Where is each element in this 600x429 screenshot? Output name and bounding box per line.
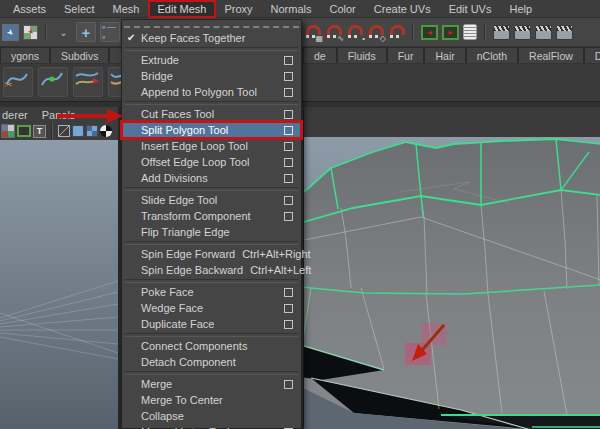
- menu-item-merge-vertex-tool[interactable]: Merge Vertex Tool: [122, 424, 301, 429]
- textured-display-icon[interactable]: [86, 125, 98, 137]
- output-connections-icon[interactable]: [442, 25, 459, 40]
- menu-item-spin-edge-forward[interactable]: Spin Edge ForwardCtrl+Alt+Right: [122, 246, 301, 262]
- menu-item-cut-faces-tool[interactable]: Cut Faces Tool: [122, 106, 301, 122]
- menu-item-slide-edge-tool[interactable]: Slide Edge Tool: [122, 192, 301, 208]
- option-box[interactable]: [284, 304, 293, 313]
- ipr-render-icon[interactable]: [514, 25, 531, 40]
- menu-item-duplicate-face[interactable]: Duplicate Face: [122, 316, 301, 332]
- select-tool-icon[interactable]: [2, 24, 19, 41]
- film-gate-icon[interactable]: [17, 125, 31, 137]
- option-box[interactable]: [284, 110, 293, 119]
- left-viewport-canvas[interactable]: [0, 140, 118, 429]
- shelf-items: ✂: [3, 67, 138, 97]
- menu-item-label: Detach Component: [141, 356, 236, 368]
- menu-item-label: Bridge: [141, 70, 173, 82]
- channel-box-toggle-icon[interactable]: [463, 24, 477, 40]
- toolbar-right-group: ▦∿•◇: [304, 18, 573, 46]
- menu-separator: [125, 47, 298, 51]
- menu-item-append-to-polygon-tool[interactable]: Append to Polygon Tool: [122, 84, 301, 100]
- option-box[interactable]: [284, 380, 293, 389]
- option-box[interactable]: [284, 320, 293, 329]
- panel-menu-panels[interactable]: Panels: [42, 109, 76, 121]
- option-box[interactable]: [284, 56, 293, 65]
- render-current-frame-icon[interactable]: [493, 25, 510, 40]
- shelf-tab-dynamic[interactable]: Dynamic: [584, 47, 600, 63]
- lasso-select-icon[interactable]: [23, 25, 38, 40]
- menubar-item-edit-uvs[interactable]: Edit UVs: [440, 1, 501, 17]
- option-box[interactable]: [284, 126, 293, 135]
- option-box[interactable]: [284, 72, 293, 81]
- option-box[interactable]: [284, 174, 293, 183]
- menu-item-label: Connect Components: [141, 340, 247, 352]
- shelf-tab-de[interactable]: de: [303, 47, 337, 63]
- menu-item-add-divisions[interactable]: Add Divisions: [122, 170, 301, 186]
- menu-item-flip-triangle-edge[interactable]: Flip Triangle Edge: [122, 224, 301, 240]
- shelf-tab-fur[interactable]: Fur: [387, 47, 425, 63]
- menu-item-collapse[interactable]: Collapse: [122, 408, 301, 424]
- rebuild-curve-icon[interactable]: [73, 67, 103, 97]
- render-settings-icon[interactable]: [535, 25, 552, 40]
- menu-item-split-polygon-tool[interactable]: Split Polygon Tool: [122, 122, 301, 138]
- detach-curves-icon[interactable]: ✂: [3, 67, 33, 97]
- menu-item-transform-component[interactable]: Transform Component: [122, 208, 301, 224]
- menubar-item-create-uvs[interactable]: Create UVs: [365, 1, 440, 17]
- move-tool-icon[interactable]: +: [76, 22, 96, 42]
- right-viewport-canvas[interactable]: [304, 137, 600, 429]
- menubar-item-mesh[interactable]: Mesh: [104, 1, 149, 17]
- shelf-tab-ncloth[interactable]: nCloth: [466, 47, 518, 63]
- panel-menu-renderer[interactable]: derer: [2, 109, 28, 121]
- option-box[interactable]: [284, 196, 293, 205]
- menu-item-offset-edge-loop-tool[interactable]: Offset Edge Loop Tool: [122, 154, 301, 170]
- menu-item-merge-to-center[interactable]: Merge To Center: [122, 392, 301, 408]
- option-box[interactable]: [284, 142, 293, 151]
- menu-item-label: Slide Edge Tool: [141, 194, 217, 206]
- menubar-item-help[interactable]: Help: [500, 1, 541, 17]
- snap-to-grid-icon[interactable]: ▦: [304, 24, 321, 41]
- menu-item-poke-face[interactable]: Poke Face: [122, 284, 301, 300]
- menu-item-keep-faces-together[interactable]: ✔Keep Faces Together: [122, 30, 301, 46]
- layout-grid-icon[interactable]: [1, 124, 15, 138]
- menu-item-shortcut: Ctrl+Alt+Left: [250, 264, 311, 276]
- menubar-item-proxy[interactable]: Proxy: [215, 1, 261, 17]
- menu-item-wedge-face[interactable]: Wedge Face: [122, 300, 301, 316]
- render-sequence-icon[interactable]: [556, 25, 573, 40]
- menu-item-detach-component[interactable]: Detach Component: [122, 354, 301, 370]
- menubar-item-color[interactable]: Color: [321, 1, 365, 17]
- separator: [51, 122, 53, 140]
- menu-item-label: Poke Face: [141, 286, 194, 298]
- shelf-tab-ygons[interactable]: ygons: [0, 47, 50, 63]
- menu-item-connect-components[interactable]: Connect Components: [122, 338, 301, 354]
- shelf-tab-hair[interactable]: Hair: [424, 47, 465, 63]
- snap-to-curve-icon[interactable]: ∿: [325, 24, 342, 41]
- use-all-lights-icon[interactable]: [100, 125, 112, 137]
- menu-item-label: Spin Edge Backward: [141, 264, 243, 276]
- option-box[interactable]: [284, 88, 293, 97]
- menu-item-spin-edge-backward[interactable]: Spin Edge BackwardCtrl+Alt+Left: [122, 262, 301, 278]
- option-box[interactable]: [284, 288, 293, 297]
- snap-to-plane-icon[interactable]: ◇: [367, 24, 384, 41]
- menu-tearoff-handle[interactable]: [124, 20, 299, 28]
- shaded-display-icon[interactable]: [72, 125, 84, 137]
- shelf-tab-fluids[interactable]: Fluids: [337, 47, 387, 63]
- menu-item-bridge[interactable]: Bridge: [122, 68, 301, 84]
- snap-filter-chevrons-icon[interactable]: ⌄: [54, 23, 72, 41]
- menubar-item-assets[interactable]: Assets: [4, 1, 55, 17]
- menu-item-merge[interactable]: Merge: [122, 376, 301, 392]
- menu-item-label: Wedge Face: [141, 302, 203, 314]
- menubar-item-edit-mesh[interactable]: Edit Mesh: [149, 1, 216, 17]
- wireframe-display-icon[interactable]: [58, 125, 70, 137]
- make-live-magnet-icon[interactable]: [388, 24, 405, 41]
- shelf-tab-subdivs[interactable]: Subdivs: [50, 47, 109, 63]
- menu-item-extrude[interactable]: Extrude: [122, 52, 301, 68]
- menubar-item-select[interactable]: Select: [55, 1, 104, 17]
- input-connections-icon[interactable]: [421, 25, 438, 40]
- option-box[interactable]: [284, 212, 293, 221]
- edit-curve-point-icon[interactable]: [38, 67, 68, 97]
- snap-together-tool-icon[interactable]: ∘—∘: [100, 22, 120, 42]
- shelf-tab-realflow[interactable]: RealFlow: [518, 47, 584, 63]
- snap-to-point-icon[interactable]: •: [346, 24, 363, 41]
- texture-view-icon[interactable]: T: [33, 125, 46, 138]
- option-box[interactable]: [284, 158, 293, 167]
- menubar-item-normals[interactable]: Normals: [262, 1, 321, 17]
- menu-item-insert-edge-loop-tool[interactable]: Insert Edge Loop Tool: [122, 138, 301, 154]
